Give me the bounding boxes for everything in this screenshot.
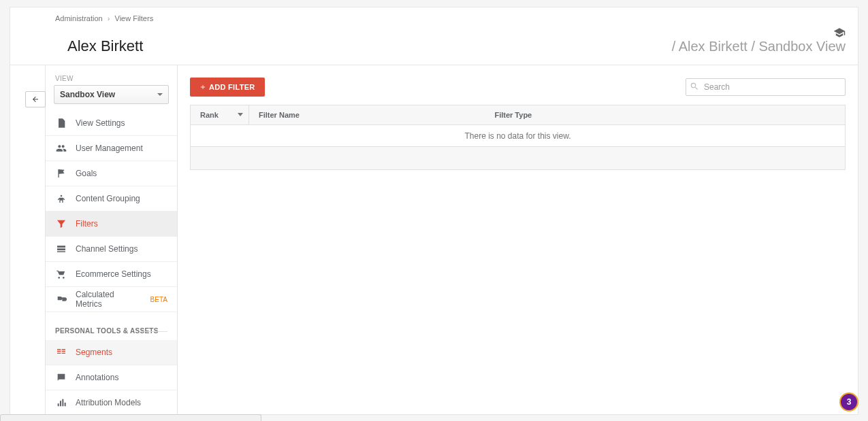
sidebar-item-calculated-metrics[interactable]: Calculated MetricsBETA [46,287,177,312]
sidebar-item-content-grouping[interactable]: Content Grouping [46,186,177,212]
flag-icon [55,168,67,179]
table-empty-message: There is no data for this view. [191,125,846,147]
chat-bubble[interactable]: 3 [839,392,858,411]
page-header: Administration › View Filters Alex Birke… [10,7,858,65]
breadcrumb-root[interactable]: Administration [55,14,103,22]
segments-icon [55,347,67,358]
sidebar-item-filters[interactable]: Filters [46,212,177,237]
beta-badge: BETA [150,296,167,303]
chevron-down-icon [157,93,163,96]
sidebar-item-goals[interactable]: Goals [46,161,177,186]
sidebar-item-channel-settings[interactable]: Channel Settings [46,237,177,262]
bars-icon [55,397,67,408]
sidebar-item-label: Channel Settings [76,244,167,254]
sidebar-item-label: Calculated Metrics [76,290,140,309]
sidebar-item-label: Ecommerce Settings [76,269,167,279]
sidebar-item-label: Content Grouping [76,194,167,203]
sidebar-item-segments[interactable]: Segments [46,340,177,365]
title-path: / Alex Birkett / Sandbox View [672,39,846,54]
sidebar: VIEW Sandbox View View SettingsUser Mana… [46,65,178,415]
sidebar-section-heading: PERSONAL TOOLS & ASSETS [46,312,177,340]
dd-icon [55,294,67,305]
file-icon [55,118,67,129]
page-title: Alex Birkett / Alex Birkett / Sandbox Vi… [55,25,846,55]
left-gutter [10,65,46,415]
funnel-icon [55,218,67,229]
breadcrumb: Administration › View Filters [55,14,846,22]
breadcrumb-leaf: View Filters [115,14,154,22]
title-account: Alex Birkett [55,25,666,55]
channel-icon [55,243,67,254]
sidebar-item-user-management[interactable]: User Management [46,136,177,161]
sidebar-item-label: Attribution Models [76,398,167,407]
col-rank[interactable]: Rank [191,105,249,125]
sidebar-item-annotations[interactable]: Annotations [46,365,177,390]
back-button[interactable] [25,91,46,107]
table-footer [191,147,846,170]
cart-icon [55,269,67,280]
add-filter-button[interactable]: ADD FILTER [190,78,265,97]
main-content: ADD FILTER Rank Filter Na [178,65,858,415]
sidebar-view-label: VIEW [46,75,177,85]
filters-table: Rank Filter Name Filter Type There is no… [190,105,846,170]
browser-tab-artifact [0,414,261,421]
chat-bubble-count: 3 [847,397,852,407]
sidebar-item-label: Goals [76,169,167,178]
sidebar-item-ecommerce[interactable]: Ecommerce Settings [46,262,177,287]
sidebar-item-attribution-models[interactable]: Attribution Models [46,390,177,415]
breadcrumb-separator: › [108,14,110,22]
sidebar-item-label: Filters [76,219,167,229]
view-selector[interactable]: Sandbox View [54,85,169,104]
sidebar-item-label: Annotations [76,373,167,382]
sidebar-item-label: Segments [76,348,167,357]
col-filter-type[interactable]: Filter Type [485,105,845,125]
graduation-cap-icon[interactable] [833,27,846,41]
person-arms-icon [55,193,67,204]
col-filter-name[interactable]: Filter Name [249,105,485,125]
users-icon [55,143,67,154]
annotation-icon [55,372,67,383]
view-selector-value: Sandbox View [60,90,115,99]
sidebar-item-label: View Settings [76,118,167,128]
sort-descending-icon [238,113,243,116]
sidebar-item-view-settings[interactable]: View Settings [46,111,177,136]
search-input[interactable] [686,78,846,96]
sidebar-item-label: User Management [76,144,167,153]
search-icon [690,82,699,93]
